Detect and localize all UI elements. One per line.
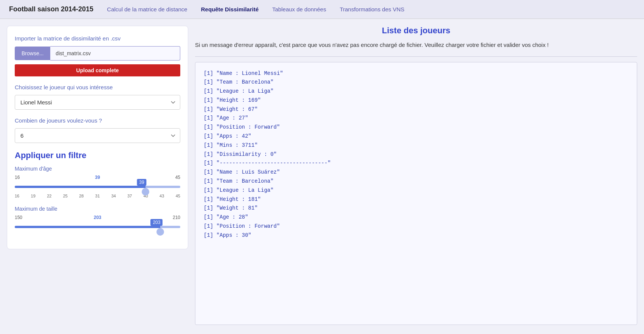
output-line: [1] "Apps : 30" bbox=[204, 231, 629, 240]
height-bubble: 203 bbox=[150, 219, 163, 226]
age-value-label: 39 bbox=[95, 175, 100, 180]
output-line: [1] "League : La Liga" bbox=[204, 87, 629, 96]
nav-tableaux[interactable]: Tableaux de données bbox=[272, 6, 326, 12]
import-label: Importer la matrice de dissimilarité en … bbox=[15, 35, 180, 42]
output-line: [1] "League : La Liga" bbox=[204, 186, 629, 195]
output-line: [1] "Position : Forward" bbox=[204, 123, 629, 132]
output-line: [1] "Weight : 81" bbox=[204, 204, 629, 213]
output-line: [1] "Name : Luis Suárez" bbox=[204, 168, 629, 177]
topnav: Football saison 2014-2015 Calcul de la m… bbox=[0, 0, 644, 19]
player-select[interactable]: Lionel Messi Luis Suárez Neymar Cristian… bbox=[15, 95, 180, 110]
output-line: [1] "Position : Forward" bbox=[204, 222, 629, 231]
upload-complete-bar: Upload complete bbox=[15, 64, 180, 76]
main-layout: Importer la matrice de dissimilarité en … bbox=[0, 19, 644, 332]
age-tick-labels: 16 19 22 25 28 31 34 37 40 43 45 bbox=[15, 194, 180, 198]
count-label: Combien de joueurs voulez-vous ? bbox=[15, 117, 180, 124]
nav-links: Calcul de la matrice de distance Requête… bbox=[107, 6, 404, 12]
height-slider-container: Maximum de taille 150 203 210 203 bbox=[15, 206, 180, 232]
nav-requete[interactable]: Requête Dissimilarité bbox=[201, 6, 259, 12]
right-panel: Liste des joueurs Si un message d'erreur… bbox=[195, 26, 637, 325]
height-max-label: 210 bbox=[173, 215, 180, 220]
count-select-section: Combien de joueurs voulez-vous ? 12345 6… bbox=[15, 117, 180, 143]
age-slider-wrapper: 39 bbox=[15, 182, 180, 192]
left-panel: Importer la matrice de dissimilarité en … bbox=[7, 26, 188, 249]
age-min-label: 16 bbox=[15, 175, 20, 180]
output-line: [1] "Name : Lionel Messi" bbox=[204, 69, 629, 78]
output-line: [1] "Height : 181" bbox=[204, 195, 629, 204]
age-range-labels: 16 39 45 bbox=[15, 175, 180, 180]
age-slider-fill bbox=[15, 186, 146, 188]
nav-transformations[interactable]: Transformations des VNS bbox=[340, 6, 404, 12]
nav-calcul[interactable]: Calcul de la matrice de distance bbox=[107, 6, 187, 12]
output-line: [1] "Team : Barcelona" bbox=[204, 177, 629, 186]
age-slider-track: 39 bbox=[15, 186, 180, 188]
output-line: [1] "Apps : 42" bbox=[204, 132, 629, 141]
output-line: [1] "----------------------------------" bbox=[204, 159, 629, 168]
app-title: Football saison 2014-2015 bbox=[9, 5, 93, 13]
height-slider-wrapper: 203 bbox=[15, 222, 180, 232]
height-value-label: 203 bbox=[94, 215, 101, 220]
height-slider-fill bbox=[15, 226, 160, 228]
player-select-section: Choisissez le joueur qui vous intéresse … bbox=[15, 84, 180, 110]
age-max-label: 45 bbox=[175, 175, 180, 180]
count-select[interactable]: 12345 678910 bbox=[15, 128, 180, 143]
output-line: [1] "Age : 27" bbox=[204, 114, 629, 123]
right-title: Liste des joueurs bbox=[195, 26, 637, 36]
file-name-display: dist_matrix.csv bbox=[50, 46, 180, 61]
output-line: [1] "Mins : 3711" bbox=[204, 141, 629, 150]
output-line: [1] "Height : 169" bbox=[204, 96, 629, 105]
age-label: Maximum d'âge bbox=[15, 166, 180, 172]
output-line: [1] "Weight : 67" bbox=[204, 105, 629, 114]
output-line: [1] "Team : Barcelona" bbox=[204, 78, 629, 87]
output-box: [1] "Name : Lionel Messi"[1] "Team : Bar… bbox=[195, 62, 637, 325]
file-upload-row: Browse... dist_matrix.csv bbox=[15, 46, 180, 61]
height-slider-track: 203 bbox=[15, 226, 180, 228]
age-slider-thumb[interactable]: 39 bbox=[142, 188, 149, 196]
height-label: Maximum de taille bbox=[15, 206, 180, 212]
height-slider-thumb[interactable]: 203 bbox=[156, 228, 164, 236]
filter-title: Appliquer un filtre bbox=[15, 151, 180, 160]
height-min-label: 150 bbox=[15, 215, 22, 220]
age-slider-container: Maximum d'âge 16 39 45 39 16 19 22 25 bbox=[15, 166, 180, 198]
info-text: Si un message d'erreur apparaît, c'est p… bbox=[195, 41, 637, 50]
output-line: [1] "Age : 28" bbox=[204, 213, 629, 222]
age-bubble: 39 bbox=[137, 179, 146, 186]
player-label: Choisissez le joueur qui vous intéresse bbox=[15, 84, 180, 90]
output-line: [1] "Dissimilarity : 0" bbox=[204, 150, 629, 159]
browse-button[interactable]: Browse... bbox=[15, 47, 50, 60]
